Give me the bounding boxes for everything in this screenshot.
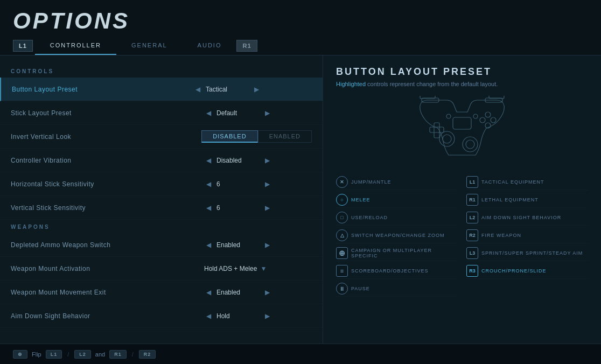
arrow-right-vibration[interactable]: ▶ xyxy=(263,156,272,165)
svg-point-9 xyxy=(466,140,474,149)
arrow-left-ads[interactable]: ◀ xyxy=(204,311,213,321)
footer: ⊕ Flip L1 / L2 and R1 / R2 xyxy=(0,344,601,364)
mappings-grid: ✕ JUMP/MANTLE L1 TACTICAL EQUIPMENT ○ ME… xyxy=(336,174,588,297)
mapping-jump-mantle: ✕ JUMP/MANTLE xyxy=(336,174,458,190)
tab-l1-badge[interactable]: L1 xyxy=(13,40,33,52)
label-use-reload: USE/RELOAD xyxy=(351,215,388,220)
arrow-left-depleted-ammo[interactable]: ◀ xyxy=(204,240,213,250)
setting-name-weapon-mount: Weapon Mount Activation xyxy=(11,265,204,272)
arrow-left-stick-layout[interactable]: ◀ xyxy=(204,108,213,118)
svg-point-12 xyxy=(485,112,491,117)
arrow-right-stick-layout[interactable]: ▶ xyxy=(263,108,272,118)
mapping-pause: ⏸ PAUSE xyxy=(336,281,458,297)
btn-scoreboard: ≡ xyxy=(336,265,348,277)
setting-vertical-sensitivity[interactable]: Vertical Stick Sensitivity ◀ 6 ▶ xyxy=(0,196,323,220)
toggle-enabled[interactable]: ENABLED xyxy=(258,130,312,143)
label-pause: PAUSE xyxy=(351,286,370,291)
label-sprint: SPRINT/SUPER SPRINT/STEADY AIM xyxy=(481,250,583,256)
btn-tactical: L1 xyxy=(466,176,478,188)
arrow-right-button-layout[interactable]: ▶ xyxy=(252,85,261,94)
label-tactical: TACTICAL EQUIPMENT xyxy=(481,179,544,185)
arrow-right-ads[interactable]: ▶ xyxy=(263,311,272,321)
setting-invert-vertical-look[interactable]: Invert Vertical Look DISABLED ENABLED xyxy=(0,125,323,149)
mapping-use-reload: □ USE/RELOAD xyxy=(336,210,458,226)
arrow-left-button-layout[interactable]: ◀ xyxy=(193,85,202,94)
arrow-right-vert-sens[interactable]: ▶ xyxy=(263,203,272,213)
arrow-left-vert-sens[interactable]: ◀ xyxy=(204,203,213,213)
toggle-disabled[interactable]: DISABLED xyxy=(201,130,257,143)
mapping-fire-weapon: R2 FIRE WEAPON xyxy=(466,228,588,243)
value-vert-sens: 6 xyxy=(216,204,260,212)
setting-button-layout-preset[interactable]: Button Layout Preset ◀ Tactical ▶ xyxy=(0,78,323,101)
btn-r3: R3 xyxy=(466,265,478,277)
btn-campaign: ⊕ xyxy=(336,247,348,259)
label-fire-weapon: FIRE WEAPON xyxy=(481,233,521,238)
tab-general[interactable]: GENERAL xyxy=(116,37,183,55)
svg-point-11 xyxy=(491,117,496,123)
btn-l3: L3 xyxy=(466,247,478,259)
arrow-left-vibration[interactable]: ◀ xyxy=(204,156,213,165)
footer-sep1: / xyxy=(67,351,69,358)
mapping-lethal-equipment: R1 LETHAL EQUIPMENT xyxy=(466,192,588,208)
page-title: OPTIONS xyxy=(13,10,588,32)
arrow-left-weapon-mount-exit[interactable]: ◀ xyxy=(204,288,213,297)
label-jump: JUMP/MANTLE xyxy=(351,179,392,185)
arrow-left-horiz-sens[interactable]: ◀ xyxy=(204,179,213,189)
setting-value-ads: ◀ Hold ▶ xyxy=(204,311,312,321)
arrow-right-depleted-ammo[interactable]: ▶ xyxy=(263,240,272,250)
footer-sep2: / xyxy=(132,351,134,358)
value-ads: Hold xyxy=(216,312,260,320)
value-weapon-mount-exit: Enabled xyxy=(216,289,260,296)
svg-point-15 xyxy=(473,114,478,118)
setting-name-weapon-mount-exit: Weapon Mount Movement Exit xyxy=(11,289,204,296)
btn-r2: R2 xyxy=(466,229,478,241)
svg-rect-4 xyxy=(434,123,439,138)
setting-horizontal-sensitivity[interactable]: Horizontal Stick Sensitivity ◀ 6 ▶ xyxy=(0,172,323,196)
setting-name-vert-sens: Vertical Stick Sensitivity xyxy=(11,204,204,212)
svg-point-16 xyxy=(446,114,451,118)
setting-controller-vibration[interactable]: Controller Vibration ◀ Disabled ▶ xyxy=(0,149,323,172)
controller-diagram xyxy=(336,96,588,166)
section-weapons-label: WEAPONS xyxy=(0,220,323,233)
btn-switch-weapon: △ xyxy=(336,229,348,241)
svg-point-7 xyxy=(443,135,451,143)
right-panel: BUTTON LAYOUT PRESET Highlighted control… xyxy=(323,55,601,358)
setting-value-weapon-mount-exit: ◀ Enabled ▶ xyxy=(204,288,312,297)
btn-melee: ○ xyxy=(336,194,348,206)
btn-use-reload: □ xyxy=(336,212,348,223)
setting-aim-down-sight[interactable]: Aim Down Sight Behavior ◀ Hold ▶ xyxy=(0,304,323,328)
label-campaign: CAMPAIGN OR MULTIPLAYER SPECIFIC xyxy=(351,248,458,258)
svg-point-6 xyxy=(439,131,455,146)
label-scoreboard: SCOREBOARD/OBJECTIVES xyxy=(351,268,429,274)
footer-r2-badge: R2 xyxy=(139,350,156,359)
tab-bar: L1 CONTROLLER GENERAL AUDIO R1 xyxy=(0,37,601,55)
mapping-campaign-specific: ⊕ CAMPAIGN OR MULTIPLAYER SPECIFIC xyxy=(336,246,458,261)
setting-name-invert-vertical: Invert Vertical Look xyxy=(11,133,201,141)
dropdown-arrow-weapon-mount[interactable]: ▼ xyxy=(260,265,267,272)
setting-name-stick-layout: Stick Layout Preset xyxy=(11,109,204,117)
svg-point-13 xyxy=(480,117,485,123)
subtitle-rest: controls represent change from the defau… xyxy=(366,81,498,87)
setting-weapon-mount-exit[interactable]: Weapon Mount Movement Exit ◀ Enabled ▶ xyxy=(0,281,323,304)
main-layout: CONTROLS Button Layout Preset ◀ Tactical… xyxy=(0,55,601,358)
value-button-layout: Tactical xyxy=(206,86,249,93)
tab-r1-badge[interactable]: R1 xyxy=(236,40,257,52)
arrow-right-weapon-mount-exit[interactable]: ▶ xyxy=(263,288,272,297)
subtitle-highlighted: Highlighted xyxy=(336,81,366,87)
setting-weapon-mount-activation[interactable]: Weapon Mount Activation Hold ADS + Melee… xyxy=(0,257,323,281)
setting-value-button-layout: ◀ Tactical ▶ xyxy=(193,85,312,94)
tab-controller[interactable]: CONTROLLER xyxy=(35,37,116,55)
footer-and-label: and xyxy=(95,351,105,358)
tab-audio[interactable]: AUDIO xyxy=(183,37,237,55)
setting-stick-layout[interactable]: Stick Layout Preset ◀ Default ▶ xyxy=(0,101,323,125)
mapping-aim-down-sight: L2 AIM DOWN SIGHT BEHAVIOR xyxy=(466,210,588,226)
label-switch-weapon: SWITCH WEAPON/CHANGE ZOOM xyxy=(351,233,445,238)
mapping-scoreboard: ≡ SCOREBOARD/OBJECTIVES xyxy=(336,263,458,279)
footer-flip-label: Flip xyxy=(32,351,41,358)
setting-name-horiz-sens: Horizontal Stick Sensitivity xyxy=(11,180,204,188)
setting-depleted-ammo[interactable]: Depleted Ammo Weapon Switch ◀ Enabled ▶ xyxy=(0,233,323,257)
setting-value-vert-sens: ◀ 6 ▶ xyxy=(204,203,312,213)
header: OPTIONS xyxy=(0,0,601,37)
controller-image xyxy=(408,96,516,166)
arrow-right-horiz-sens[interactable]: ▶ xyxy=(263,179,272,189)
